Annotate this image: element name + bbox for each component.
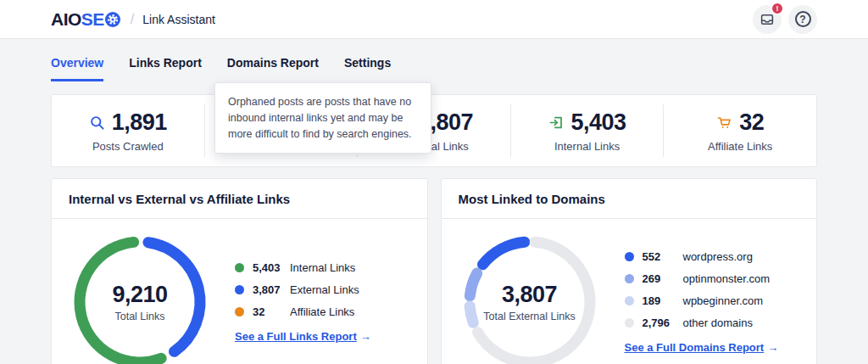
legend-value: 552	[643, 250, 683, 263]
cart-icon	[716, 115, 732, 131]
search-icon	[89, 115, 105, 131]
legend-label: Affiliate Links	[290, 305, 354, 318]
donut-total-value: 3,807	[502, 282, 557, 308]
donut-total-label: Total External Links	[483, 311, 575, 322]
legend-value: 32	[253, 305, 290, 318]
legend-item-internal: 5,403 Internal Links	[235, 261, 371, 274]
legend-label: Internal Links	[290, 261, 355, 274]
legend-dot-orange	[235, 307, 244, 316]
link-text: See a Full Links Report	[235, 330, 357, 343]
top-bar: AIOSE / Link Assistant ! ?	[0, 0, 868, 39]
card-title: Internal vs External vs Affiliate Links	[69, 192, 290, 206]
breadcrumb-separator: /	[131, 12, 134, 27]
orphaned-posts-tooltip: Orphaned posts are posts that have no in…	[214, 82, 431, 154]
stat-affiliate-links: 32 Affiliate Links	[663, 104, 816, 157]
logo-text-dark: AIO	[51, 9, 81, 30]
tab-overview[interactable]: Overview	[51, 56, 103, 81]
stat-label: Internal Links	[554, 140, 620, 153]
legend-dot-gray	[625, 318, 634, 328]
legend-label: wordpress.org	[683, 250, 753, 263]
arrow-right-icon: →	[767, 341, 778, 354]
stat-label: Posts Crawled	[92, 140, 164, 153]
domains-legend: 552 wordpress.org 269 optinmonster.com 1…	[625, 250, 779, 329]
legend-item-wpbeginner: 189 wpbeginner.com	[625, 294, 779, 307]
legend-value: 3,807	[253, 283, 290, 296]
tooltip-text: Orphaned posts are posts that have no in…	[228, 96, 412, 140]
full-domains-report-link[interactable]: See a Full Domains Report→	[625, 341, 779, 354]
legend-value: 5,403	[253, 261, 290, 274]
legend-label: optinmonster.com	[683, 272, 771, 285]
stats-summary-card: 1,891 Posts Crawled Orphaned Posts ? 3,8…	[51, 94, 817, 167]
donut-total-value: 9,210	[112, 282, 167, 308]
legend-value: 269	[643, 272, 683, 285]
stat-internal-links: 5,403 Internal Links	[510, 104, 664, 157]
linked-domains-card: Most Linked to Domains 3,807 Total Exter…	[441, 178, 818, 364]
legend-dot-medium-blue	[625, 274, 634, 283]
stat-value: 5,403	[571, 109, 626, 136]
stat-value: 1,891	[112, 109, 167, 136]
links-breakdown-card: Internal vs External vs Affiliate Links …	[51, 178, 428, 364]
stat-value: 32	[739, 109, 764, 136]
stat-posts-crawled: 1,891 Posts Crawled	[52, 104, 204, 157]
card-title: Most Linked to Domains	[459, 192, 605, 206]
legend-dot-blue	[235, 285, 244, 294]
legend-item-affiliate: 32 Affiliate Links	[235, 305, 371, 318]
internal-link-icon	[548, 115, 565, 131]
tab-links-report[interactable]: Links Report	[129, 56, 202, 81]
legend-label: External Links	[290, 283, 359, 296]
legend-item-optinmonster: 269 optinmonster.com	[625, 272, 779, 285]
legend-label: wpbeginner.com	[683, 294, 764, 307]
links-donut-chart: 9,210 Total Links	[69, 231, 211, 364]
stat-label: Affiliate Links	[708, 140, 772, 153]
legend-item-external: 3,807 External Links	[235, 283, 371, 296]
notification-badge: !	[771, 2, 784, 15]
gear-logo-icon	[105, 12, 120, 27]
link-text: See a Full Domains Report	[625, 341, 765, 354]
legend-dot-light-blue	[625, 296, 634, 305]
tab-settings[interactable]: Settings	[344, 56, 391, 81]
legend-item-wordpress: 552 wordpress.org	[625, 250, 779, 263]
legend-value: 2,796	[643, 316, 683, 329]
tab-domains-report[interactable]: Domains Report	[227, 56, 319, 81]
legend-dot-blue	[625, 252, 634, 261]
logo-text-blue: SE	[81, 9, 104, 30]
legend-label: other domains	[683, 316, 753, 329]
links-legend: 5,403 Internal Links 3,807 External Link…	[235, 261, 371, 318]
tab-bar: Overview Links Report Domains Report Set…	[51, 56, 817, 81]
legend-item-other-domains: 2,796 other domains	[625, 316, 779, 329]
legend-value: 189	[643, 294, 683, 307]
domains-donut-chart: 3,807 Total External Links	[459, 231, 601, 364]
notifications-button[interactable]: !	[753, 5, 782, 34]
donut-total-label: Total Links	[114, 311, 164, 322]
full-links-report-link[interactable]: See a Full Links Report→	[235, 330, 371, 343]
breadcrumb: Link Assistant	[142, 13, 215, 26]
help-button[interactable]: ?	[788, 5, 817, 34]
aioseo-logo: AIOSE	[51, 9, 120, 30]
arrow-right-icon: →	[360, 330, 371, 343]
question-mark-icon: ?	[795, 11, 811, 27]
legend-dot-green	[235, 263, 244, 272]
